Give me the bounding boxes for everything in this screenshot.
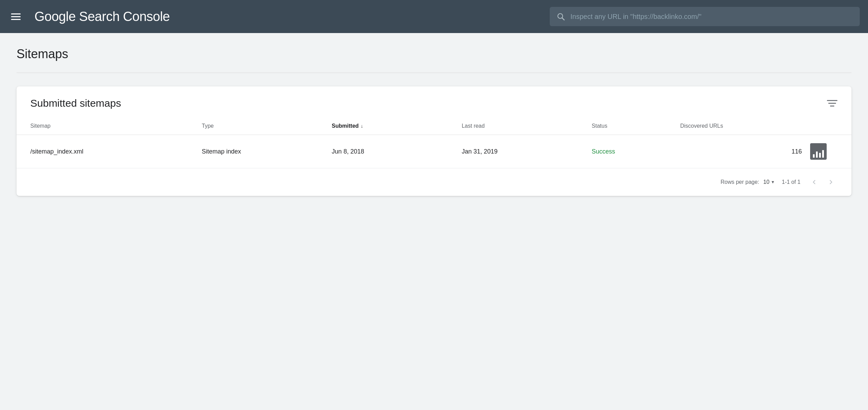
cell-sitemap: /sitemap_index.xml — [30, 148, 196, 155]
next-page-button[interactable] — [824, 175, 838, 189]
bar-4 — [822, 150, 824, 158]
cell-last-read: Jan 31, 2019 — [462, 148, 586, 155]
sort-arrow-icon: ↓ — [361, 123, 363, 129]
prev-page-button[interactable] — [807, 175, 821, 189]
cell-type: Sitemap index — [202, 148, 326, 155]
sitemaps-table: Sitemap Type Submitted ↓ Last read Statu… — [17, 117, 851, 168]
col-submitted[interactable]: Submitted ↓ — [332, 123, 456, 129]
card-title: Submitted sitemaps — [30, 97, 121, 109]
url-inspect-input[interactable] — [570, 13, 853, 21]
rows-per-page-select[interactable]: 10 ▼ — [763, 179, 775, 185]
main-content: Sitemaps Submitted sitemaps Sitemap — [0, 33, 868, 210]
rows-per-page-value: 10 — [763, 179, 769, 185]
cell-status: Success — [592, 148, 675, 155]
cell-chart-action[interactable] — [810, 143, 838, 160]
col-type: Type — [202, 123, 326, 129]
submitted-sitemaps-card: Submitted sitemaps Sitemap Type — [17, 86, 851, 196]
bar-3 — [819, 153, 821, 158]
cell-discovered-urls: 116 — [680, 148, 805, 155]
card-header: Submitted sitemaps — [17, 86, 851, 117]
page-title: Sitemaps — [17, 47, 851, 61]
logo-search-console: Search Console — [76, 9, 170, 24]
pagination-nav — [807, 175, 838, 189]
filter-button[interactable] — [827, 98, 838, 108]
col-last-read: Last read — [462, 123, 586, 129]
pagination-info: 1-1 of 1 — [782, 179, 800, 185]
col-discovered-urls: Discovered URLs — [680, 123, 805, 129]
page-divider — [17, 72, 851, 73]
col-sitemap: Sitemap — [30, 123, 196, 129]
bar-chart-button[interactable] — [810, 143, 827, 160]
bar-1 — [813, 154, 815, 158]
col-status: Status — [592, 123, 675, 129]
url-inspect-search[interactable] — [550, 7, 860, 26]
bar-2 — [816, 151, 818, 158]
rows-per-page-label: Rows per page: — [721, 179, 759, 185]
app-logo: Google Search Console — [34, 9, 170, 24]
table-row: /sitemap_index.xml Sitemap index Jun 8, … — [17, 135, 851, 168]
rows-per-page: Rows per page: 10 ▼ — [721, 179, 775, 185]
table-header-row: Sitemap Type Submitted ↓ Last read Statu… — [17, 117, 851, 135]
col-actions — [810, 123, 838, 129]
svg-line-1 — [562, 18, 565, 20]
header: Google Search Console — [0, 0, 868, 33]
menu-button[interactable] — [8, 11, 23, 23]
logo-google: Google — [34, 9, 76, 24]
dropdown-arrow-icon: ▼ — [771, 180, 775, 185]
cell-submitted: Jun 8, 2018 — [332, 148, 456, 155]
search-icon — [557, 12, 565, 21]
pagination: Rows per page: 10 ▼ 1-1 of 1 — [17, 168, 851, 196]
